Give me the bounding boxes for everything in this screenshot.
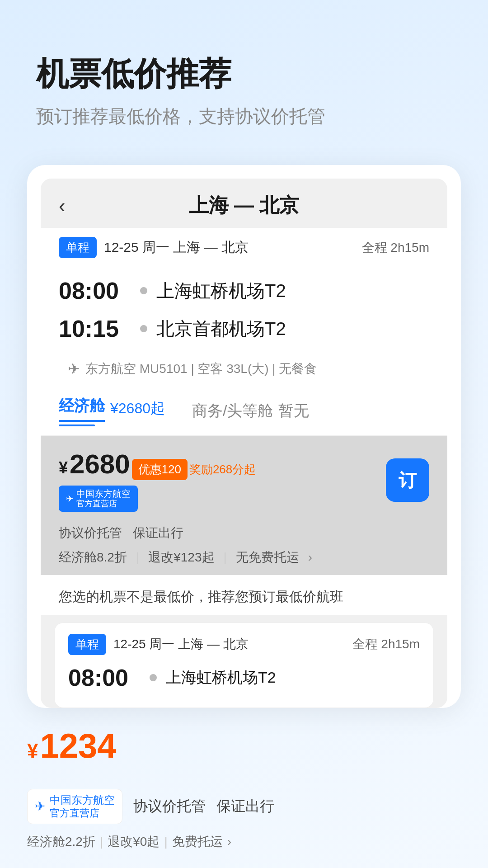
lower-flight-card[interactable]: 单程 12-25 周一 上海 — 北京 全程 2h15m 08:00 上海虹桥机… <box>54 623 434 708</box>
airline-logo-name: 中国东方航空 <box>50 793 115 807</box>
arrival-airport: 北京首都机场T2 <box>156 316 286 341</box>
arrival-dot <box>140 325 147 332</box>
airline-logo-box: ✈ 中国东方航空 官方直营店 <box>27 789 122 824</box>
business-tab[interactable]: 商务/头等舱 暂无 <box>192 401 309 421</box>
bottom-price-row: ¥ 1234 <box>27 726 461 776</box>
departure-time: 08:00 <box>59 277 131 304</box>
flight-meta-text: 12-25 周一 上海 — 北京 <box>104 238 249 257</box>
airline-badge-name: 中国东方航空 <box>76 488 131 499</box>
page-title: 机票低价推荐 <box>36 54 452 93</box>
bottom-detail1: 经济舱2.2折 <box>27 833 95 850</box>
rec-notice-text: 您选的机票不是最低价，推荐您预订最低价航班 <box>59 589 343 604</box>
duration-text: 全程 2h15m <box>362 239 429 256</box>
main-card-wrapper: ‹ 上海 — 北京 单程 12-25 周一 上海 — 北京 全程 2h15m 0… <box>27 165 461 708</box>
price-sub-row: 协议价托管 保证出行 <box>41 524 447 549</box>
lower-badge-row: 单程 12-25 周一 上海 — 北京 <box>68 634 249 655</box>
departure-row: 08:00 上海虹桥机场T2 <box>59 272 429 310</box>
one-way-badge: 单程 <box>59 237 97 258</box>
page-subtitle: 预订推荐最低价格，支持协议价托管 <box>36 104 452 129</box>
lower-flight-row1: 单程 12-25 周一 上海 — 北京 全程 2h15m <box>68 634 420 655</box>
times-section: 08:00 上海虹桥机场T2 10:15 北京首都机场T2 <box>41 267 447 357</box>
flight-card-inner: ‹ 上海 — 北京 单程 12-25 周一 上海 — 北京 全程 2h15m 0… <box>41 179 447 708</box>
header-section: 机票低价推荐 预订推荐最低价格，支持协议价托管 <box>0 0 488 147</box>
airline-badge-sub: 官方直营店 <box>76 499 131 509</box>
airline-row: ✈ 东方航空 MU5101 | 空客 33L(大) | 无餐食 <box>41 357 447 387</box>
badge-row: 单程 12-25 周一 上海 — 北京 <box>59 237 249 258</box>
price-left: ¥ 2680 优惠120 奖励268分起 ✈ 中国东方航空 官方直营店 <box>59 448 256 512</box>
airline-logo-badge: ✈ 中国东方航空 官方直营店 <box>59 486 138 512</box>
lower-badge: 单程 <box>68 634 106 655</box>
lower-airport: 上海虹桥机场T2 <box>166 667 276 688</box>
info-tag1: 协议价托管 <box>133 797 206 816</box>
airline-info-row: ✈ 中国东方航空 官方直营店 协议价托管 保证出行 <box>27 789 461 824</box>
economy-label: 经济舱 <box>59 396 105 422</box>
airline-logo-icon: ✈ <box>35 799 45 814</box>
cabin-tabs: 经济舱 ¥2680起 商务/头等舱 暂无 <box>41 387 447 436</box>
reward-text: 奖励268分起 <box>189 462 256 477</box>
price-detail3: 无免费托运 <box>236 549 299 566</box>
route-title: 上海 — 北京 <box>189 192 299 219</box>
bottom-price-value: 1234 <box>40 726 116 765</box>
bottom-price-yen: ¥ <box>27 740 38 762</box>
lower-dot <box>150 674 157 681</box>
business-label: 商务/头等舱 <box>192 401 273 421</box>
price-sub1: 协议价托管 <box>59 524 122 542</box>
price-sub2: 保证出行 <box>133 524 183 542</box>
flight-info-row: 单程 12-25 周一 上海 — 北京 全程 2h15m <box>41 228 447 267</box>
departure-airport: 上海虹桥机场T2 <box>156 278 286 303</box>
lower-duration: 全程 2h15m <box>352 636 420 653</box>
lower-time-row: 08:00 上海虹桥机场T2 <box>68 659 420 697</box>
back-button[interactable]: ‹ <box>59 194 66 217</box>
discount-badge: 优惠120 <box>132 459 188 480</box>
economy-price: ¥2680起 <box>110 399 165 419</box>
arrival-time: 10:15 <box>59 315 131 342</box>
price-detail2: 退改¥123起 <box>148 549 214 566</box>
departure-dot <box>140 287 147 294</box>
arrival-row: 10:15 北京首都机场T2 <box>59 310 429 348</box>
bottom-section: ¥ 1234 ✈ 中国东方航空 官方直营店 协议价托管 保证出行 经济舱2.2折… <box>0 708 488 868</box>
price-detail-row: 经济舱8.2折 | 退改¥123起 | 无免费托运 › <box>41 549 447 575</box>
bottom-detail2: 退改¥0起 <box>108 833 160 850</box>
airline-logo-sub: 官方直营店 <box>50 807 115 820</box>
airline-info-text: 东方航空 MU5101 | 空客 33L(大) | 无餐食 <box>85 360 317 377</box>
detail-tags: 经济舱2.2折 | 退改¥0起 | 免费托运 › <box>27 833 461 850</box>
lower-time: 08:00 <box>68 664 141 691</box>
price-yen-symbol: ¥ <box>59 458 68 477</box>
info-tag2: 保证出行 <box>216 797 274 816</box>
price-detail1: 经济舱8.2折 <box>59 549 127 566</box>
business-status: 暂无 <box>278 401 309 421</box>
book-button[interactable]: 订 <box>386 458 429 502</box>
economy-tab[interactable]: 经济舱 ¥2680起 <box>59 396 165 426</box>
airline-icon: ✈ <box>68 360 80 377</box>
lower-meta: 12-25 周一 上海 — 北京 <box>113 636 249 653</box>
bottom-detail3: 免费托运 <box>172 833 223 850</box>
rec-notice: 您选的机票不是最低价，推荐您预订最低价航班 <box>41 575 447 615</box>
price-section: ¥ 2680 优惠120 奖励268分起 ✈ 中国东方航空 官方直营店 订 <box>41 436 447 524</box>
flight-card-header: ‹ 上海 — 北京 <box>41 179 447 228</box>
price-main-value: 2680 <box>70 448 130 480</box>
